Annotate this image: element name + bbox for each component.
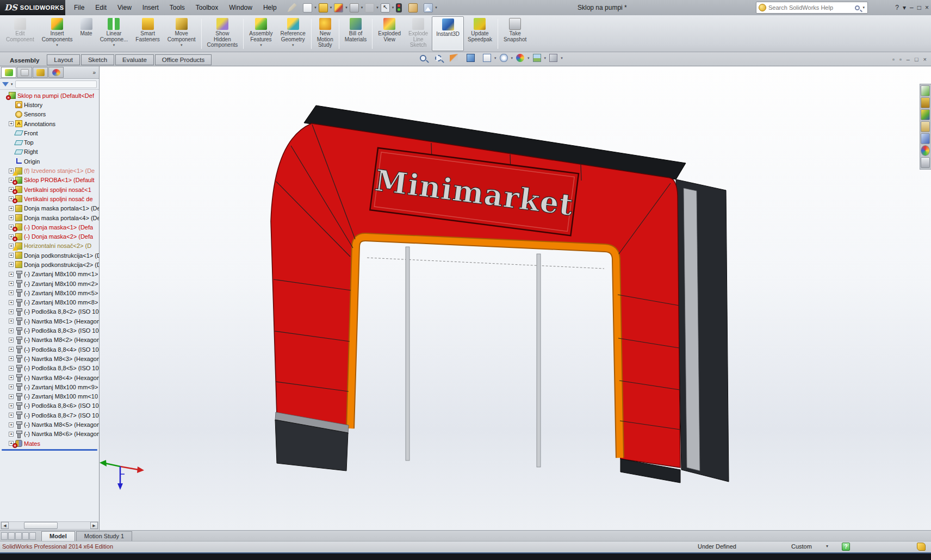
- menu-item[interactable]: Help: [258, 0, 282, 15]
- expand-toggle[interactable]: [9, 413, 14, 418]
- expand-toggle[interactable]: [9, 206, 14, 211]
- cascade-icon[interactable]: ▫: [899, 55, 902, 64]
- help-caret-icon[interactable]: ▾: [903, 0, 906, 15]
- dropdown-caret-icon[interactable]: ▾: [544, 56, 547, 60]
- ribbon-button[interactable]: Reference Geometry ▾: [277, 16, 309, 51]
- scroll-left-icon[interactable]: ◀: [1, 522, 9, 529]
- edit-appearance-icon[interactable]: [516, 54, 524, 62]
- expand-toggle[interactable]: [9, 403, 14, 408]
- apply-scene-icon[interactable]: [533, 54, 541, 62]
- ribbon-button[interactable]: Insert Components ▾: [38, 16, 77, 51]
- tree-item[interactable]: Donja podkonstrukcija<1> (D: [1, 251, 99, 260]
- ribbon-button[interactable]: Assembly Features ▾: [245, 16, 276, 51]
- tree-item[interactable]: (-) Podloška 8,8<7> (ISO 1066: [1, 410, 99, 420]
- doc-minimize-icon[interactable]: –: [907, 55, 910, 64]
- scenes-icon[interactable]: [921, 145, 930, 156]
- tree-item[interactable]: (-) Zavrtanj M8x100 mm<1>: [1, 270, 99, 279]
- file-explorer-icon[interactable]: [921, 109, 930, 120]
- view-palette-icon[interactable]: [921, 121, 930, 132]
- tree-item[interactable]: (-) Podloška 8,8<2> (ISO 1066: [1, 307, 99, 316]
- tree-item[interactable]: (-) Zavrtanj M8x100 mm<2>: [1, 279, 99, 288]
- tree-item[interactable]: (-) Zavrtanj M8x100 mm<9>: [1, 382, 99, 391]
- expand-toggle[interactable]: [9, 432, 14, 437]
- select-icon[interactable]: [381, 3, 390, 13]
- expand-toggle[interactable]: [9, 319, 14, 323]
- new-document-icon[interactable]: [303, 3, 312, 13]
- tree-item[interactable]: Sklop PROBA<1> (Default: [1, 176, 99, 185]
- expand-toggle[interactable]: [9, 394, 14, 399]
- ribbon-button[interactable]: Bill of Materials ▾: [341, 16, 371, 51]
- minimize-icon[interactable]: –: [910, 0, 914, 15]
- expand-toggle[interactable]: [9, 366, 14, 371]
- zoom-area-icon[interactable]: [435, 55, 442, 61]
- bottom-tab[interactable]: Model: [41, 531, 75, 541]
- ribbon-button[interactable]: New Motion Study ▾: [313, 16, 337, 51]
- command-tab[interactable]: Assembly: [3, 55, 46, 65]
- menu-item[interactable]: Tools: [164, 0, 190, 15]
- menu-item[interactable]: View: [112, 0, 137, 15]
- help-icon[interactable]: ?: [895, 0, 899, 15]
- ribbon-button[interactable]: Mate ▾: [76, 16, 96, 51]
- tab-nav-icon[interactable]: [1, 532, 8, 540]
- pencil-icon[interactable]: [288, 3, 297, 13]
- expand-toggle[interactable]: [9, 253, 14, 258]
- tree-item[interactable]: Vertikalni spoljni nosač de: [1, 194, 99, 203]
- model-canvas[interactable]: Minimarket: [100, 66, 930, 530]
- tree-item[interactable]: Origin: [1, 157, 99, 166]
- search-input[interactable]: [768, 4, 853, 11]
- tree-item[interactable]: (-) Zavrtanj M8x100 mm<10: [1, 392, 99, 401]
- close-icon[interactable]: ×: [925, 0, 929, 15]
- rebuild-icon[interactable]: [396, 3, 402, 13]
- expand-toggle[interactable]: [9, 272, 14, 277]
- tree-item[interactable]: (-) Podloška 8,8<3> (ISO 1066: [1, 326, 99, 335]
- ribbon-button[interactable]: Exploded View ▾: [374, 16, 405, 51]
- tree-item[interactable]: (-) Podloška 8,8<5> (ISO 1066: [1, 364, 99, 373]
- feature-manager-tab[interactable]: [17, 67, 32, 78]
- expand-toggle[interactable]: [9, 422, 14, 427]
- dropdown-caret-icon[interactable]: ▾: [361, 5, 363, 10]
- ribbon-button[interactable]: Take Snapshot ▾: [500, 16, 530, 51]
- tree-item[interactable]: Mates: [1, 439, 99, 448]
- filter-funnel-icon[interactable]: [2, 82, 9, 86]
- scrollbar-thumb[interactable]: [24, 522, 58, 529]
- menu-item[interactable]: Insert: [137, 0, 164, 15]
- scroll-right-icon[interactable]: ▶: [90, 522, 98, 529]
- command-tab[interactable]: Evaluate: [115, 54, 154, 65]
- menu-item[interactable]: File: [69, 0, 90, 15]
- command-tab[interactable]: Layout: [47, 54, 80, 65]
- tree-item[interactable]: (-) Navrtka M8<1> (Hexagon: [1, 316, 99, 326]
- tag-icon[interactable]: [917, 543, 926, 551]
- dropdown-caret-icon[interactable]: ▾: [561, 56, 563, 60]
- dropdown-caret-icon[interactable]: ▾: [345, 5, 347, 10]
- expand-toggle[interactable]: [9, 356, 14, 361]
- tree-item[interactable]: Donja podkonstrukcija<2> (D: [1, 260, 99, 269]
- tree-item[interactable]: Annotations: [1, 119, 99, 128]
- expand-toggle[interactable]: [9, 338, 14, 343]
- display-style-icon[interactable]: [483, 54, 491, 62]
- expand-toggle[interactable]: [9, 384, 14, 389]
- undo-icon[interactable]: [365, 3, 374, 13]
- ribbon-button[interactable]: Edit Component ▾: [2, 16, 38, 51]
- search-icon[interactable]: [855, 5, 860, 10]
- feature-manager-tab[interactable]: [48, 67, 64, 78]
- command-tab[interactable]: Sketch: [81, 54, 114, 65]
- expand-toggle[interactable]: [9, 281, 14, 286]
- view-settings-icon[interactable]: [424, 3, 433, 13]
- expand-toggle[interactable]: [9, 328, 14, 333]
- tree-item[interactable]: (-) Donja maska<2> (Defa: [1, 232, 99, 241]
- ribbon-button[interactable]: ▾: [498, 18, 498, 49]
- tree-filter-input[interactable]: [15, 80, 97, 88]
- expand-toggle[interactable]: [9, 262, 14, 267]
- help-search-box[interactable]: ▾: [756, 2, 868, 14]
- zoom-fit-icon[interactable]: [420, 55, 426, 61]
- tree-item[interactable]: Donja maska portala<4> (Det: [1, 213, 99, 222]
- tree-item[interactable]: Horizontalni nosač<2> (D: [1, 241, 99, 251]
- ribbon-button[interactable]: ▾: [201, 18, 202, 49]
- tree-item[interactable]: (-) Podloška 8,8<4> (ISO 1066: [1, 345, 99, 354]
- tree-item[interactable]: (-) Navrtka M8<4> (Hexagon: [1, 373, 99, 382]
- feature-manager-tab[interactable]: [33, 67, 48, 78]
- dropdown-caret-icon[interactable]: ▾: [494, 56, 496, 60]
- tree-item[interactable]: Front: [1, 128, 99, 138]
- dropdown-caret-icon[interactable]: ▾: [292, 43, 294, 47]
- save-icon[interactable]: [334, 3, 343, 13]
